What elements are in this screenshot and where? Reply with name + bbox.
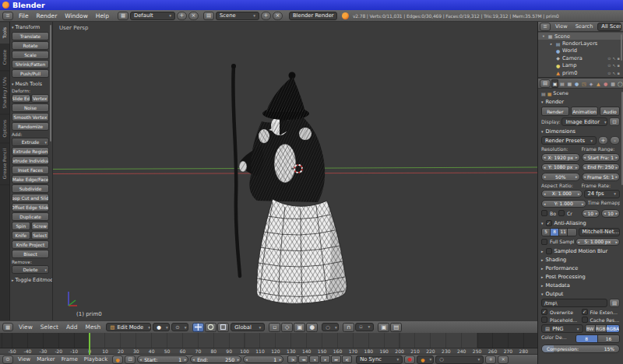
tab-material[interactable]: ● [602,79,609,88]
tool-button[interactable]: Offset Edge Slide [12,203,49,212]
toolshelf-tab[interactable]: Grease Pencil [0,143,9,185]
outliner-menu-item[interactable]: View [551,23,572,30]
outliner-item[interactable]: ●Lamp⊙↖▪ [538,62,623,69]
current-frame-playhead[interactable] [89,333,90,355]
tab-data[interactable]: ▲ [595,79,602,88]
select-toggle-icon[interactable]: ↖ [612,71,615,75]
file-format-dropdown[interactable]: ▤PNG [541,324,583,333]
render-toggle-icon[interactable]: ▪ [618,71,620,75]
display-dropdown[interactable]: Image Editor [561,117,607,126]
transform-panel-header[interactable]: Transform [12,24,49,30]
playback-button[interactable]: ◂◂ [298,355,308,363]
rotate-manipulator-button[interactable] [205,323,216,332]
view3d-menu-item[interactable]: Add [62,324,82,331]
edge-select-button[interactable]: ◇ [281,323,293,332]
dimensions-panel-header[interactable]: Dimensions [541,128,620,135]
toggle-editmode-panel-header[interactable]: Toggle Editmode [12,277,49,283]
record-button[interactable]: ● [404,355,415,364]
tab-render-layers[interactable]: ▤ [558,79,565,88]
tool-button[interactable]: Noise [12,103,49,112]
frame-end-field[interactable]: End:250 [190,355,241,363]
toolshelf-scrollbar[interactable] [50,25,52,142]
overwrite-checkbox[interactable]: ✓ [541,309,547,315]
resolution-y-field[interactable]: Y: 1080 px [541,163,580,172]
preview-range-button[interactable]: ● [112,355,123,364]
tool-button[interactable]: Extrude Region [12,147,49,156]
slide-vertex-button[interactable]: Vertex [31,94,50,103]
antialiasing-checkbox[interactable]: ✓ [546,220,552,226]
aa-filter-size-field[interactable]: S: 1.000 px [575,238,621,247]
delete-scene-button[interactable]: × [273,12,283,20]
tool-button[interactable]: Smooth Vertex [12,113,49,121]
tool-button[interactable]: Shrink/Fatten [12,60,49,68]
meshtools-panel-header[interactable]: Mesh Tools [12,81,49,87]
knife-button[interactable]: Knife [12,231,30,240]
current-frame-field[interactable]: 1 [243,355,283,363]
wireframe-model[interactable] [231,64,347,303]
output-panel-header[interactable]: Output [541,291,620,297]
motion-blur-panel-header[interactable]: Sampled Motion Blur [541,248,620,254]
motion-blur-checkbox[interactable] [546,248,552,254]
screw-button[interactable]: Screw [31,222,50,230]
aa-samples-5[interactable]: 5 [542,229,551,236]
depth-16[interactable]: 16 [598,335,619,342]
frame-end-prop-field[interactable]: End Fr: 250 [582,163,621,172]
playback-button[interactable]: |◂ [287,355,297,363]
autokey-mode-dropdown[interactable]: ● [417,355,434,364]
aa-samples-11[interactable]: 11 [559,229,568,236]
viewport-shading-dropdown[interactable]: ● [153,323,170,331]
aa-samples-8[interactable]: 8 [551,229,559,236]
editor-type-info-button[interactable]: ≡ [2,12,13,20]
aa-samples-16[interactable] [568,229,575,236]
toolshelf-tab[interactable]: Tools [0,22,9,44]
scene-icon-button[interactable]: ▤ [203,12,214,20]
toolshelf-tab[interactable]: Shading / UVs [0,72,9,114]
editor-type-timeline-button[interactable]: ⊙ [2,355,13,364]
tool-button[interactable]: Randomize [12,122,49,131]
channel-bw[interactable]: BW [586,325,597,332]
editor-type-outliner-button[interactable]: ≡ [540,23,551,31]
cache-result-checkbox[interactable] [582,317,588,323]
playback-button[interactable]: ▸| [342,355,352,363]
timeline-band[interactable] [0,333,537,348]
id-browse-icon[interactable]: ▤ [541,91,546,96]
antialiasing-panel-header[interactable]: ✓ Anti-Aliasing [541,220,620,226]
topbar-menu-item[interactable]: File [15,12,33,19]
delete-keyframe-button[interactable]: × [498,355,509,364]
keying-set-field[interactable]: ○ [435,355,484,364]
occlude-toggle-button[interactable]: ● [306,323,318,332]
tool-button[interactable]: Duplicate [12,212,49,221]
eye-toggle-icon[interactable]: ⊙ [607,71,611,75]
render-audio-button[interactable]: Audio [600,107,620,116]
outliner-scope-dropdown[interactable]: All Scenes [597,23,621,31]
tab-scene[interactable]: ▦ [566,79,573,88]
tab-world[interactable]: ● [573,79,580,88]
translate-manipulator-button[interactable] [192,323,204,332]
view3d-menu-item[interactable]: Mesh [81,324,104,331]
remap-new-field[interactable]: 10 [601,209,620,218]
lock-time-button[interactable]: ⊡ [125,355,136,364]
opengl-anim-button[interactable]: ▤ [390,323,402,332]
eye-toggle-icon[interactable]: ⊙ [607,56,611,61]
knife-select-button[interactable]: Select [31,231,50,240]
scale-manipulator-button[interactable] [217,323,229,332]
screen-layout-dropdown[interactable]: Default [130,12,175,20]
render-animation-button[interactable]: Animation [571,107,599,116]
outliner-scrollbar[interactable] [621,34,623,61]
collapsed-panel-header[interactable]: Post Processing [541,274,620,280]
timeline-menu-item[interactable]: Frame [58,356,81,362]
add-layout-button[interactable]: + [177,12,187,20]
render-toggle-icon[interactable]: ▪ [618,63,620,68]
topbar-menu-item[interactable]: Help [92,12,113,19]
tool-button[interactable]: Inset Faces [12,166,49,174]
expander-icon[interactable]: ▸ [549,42,554,46]
tool-button[interactable]: Make Edge/Face [12,175,49,184]
playback-button[interactable]: ◂ [309,355,319,363]
render-presets-dropdown[interactable]: Render Presets [541,136,597,145]
outliner-item[interactable]: ◆Camera⊙↖▪ [538,54,623,61]
select-toggle-icon[interactable]: ↖ [612,56,615,61]
tool-button[interactable]: Bisect [12,250,49,258]
playback-button[interactable]: ▸ [320,355,330,363]
outliner-menu-item[interactable]: Search [572,23,597,30]
frame-start-prop-field[interactable]: Start Fra: 1 [582,153,621,162]
